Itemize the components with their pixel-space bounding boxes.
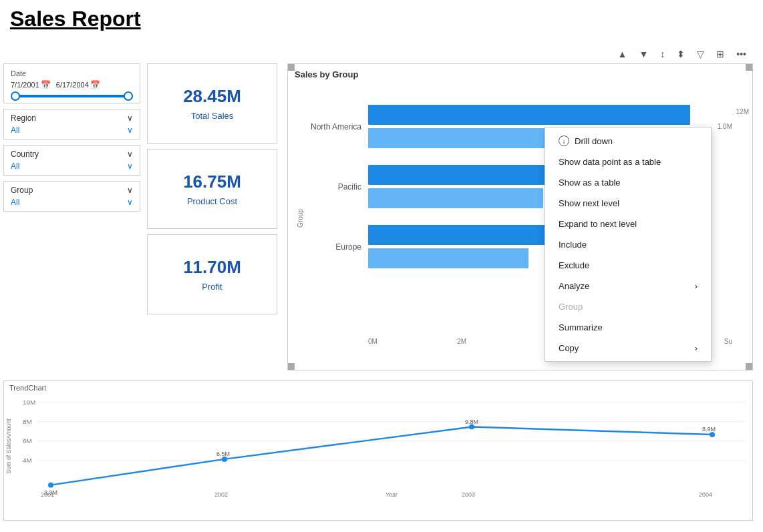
menu-label-summarize: Summarize: [559, 322, 603, 332]
menu-item-exclude[interactable]: Exclude: [545, 255, 711, 276]
filter-button[interactable]: ▽: [694, 47, 708, 61]
bar-right-label-1: 1.0M: [718, 123, 732, 130]
country-value: All: [11, 162, 19, 171]
country-filter-title[interactable]: Country ∨: [11, 150, 133, 159]
date-filter-card: Date 7/1/2001 📅 6/17/2004 📅: [3, 63, 140, 103]
x-right-max-label: 12M: [736, 108, 749, 115]
country-filter-value[interactable]: All ∨: [11, 162, 133, 171]
calendar-to-icon[interactable]: 📅: [90, 80, 100, 89]
group-label: Group: [11, 186, 33, 195]
country-value-chevron-icon: ∨: [127, 162, 133, 171]
menu-item-summarize[interactable]: Summarize: [545, 317, 711, 338]
profit-value: 11.70M: [158, 257, 267, 278]
menu-label-expand-next-level: Expand to next level: [559, 219, 637, 229]
trend-x-2004: 2004: [699, 491, 712, 498]
menu-label-drill-down: Drill down: [575, 136, 613, 146]
chart-toolbar: ▲ ▼ ↕ ⬍ ▽ ⊞ •••: [615, 47, 750, 61]
menu-label-show-next-level: Show next level: [559, 198, 619, 208]
menu-item-expand-next-level[interactable]: Expand to next level: [545, 214, 711, 234]
trend-x-axis-label: Year: [386, 491, 398, 498]
region-filter-value[interactable]: All ∨: [11, 125, 133, 135]
context-menu: ↓ Drill down Show data point as a table …: [545, 127, 712, 362]
sort-both-button[interactable]: ↕: [657, 47, 668, 61]
trend-point-2001: [48, 483, 53, 488]
y-tick-4m: 4M: [23, 457, 32, 464]
menu-item-drill-down[interactable]: ↓ Drill down: [545, 130, 711, 152]
country-chevron-icon: ∨: [127, 150, 133, 159]
metrics-panel: 28.45M Total Sales 16.75M Product Cost 1…: [147, 63, 277, 314]
menu-label-analyze: Analyze: [559, 281, 589, 291]
group-filter-value[interactable]: All ∨: [11, 198, 133, 207]
region-value: All: [11, 125, 19, 135]
x-tick-2m: 2M: [457, 338, 466, 345]
trend-label-value-2002: 6.5M: [216, 451, 230, 457]
date-from-value: 7/1/2001: [11, 81, 39, 89]
page-title: Sales Report: [0, 0, 763, 38]
bar-label-north-america: North America: [295, 122, 368, 131]
calendar-from-icon[interactable]: 📅: [41, 80, 51, 89]
resize-handle-bl[interactable]: [288, 363, 295, 370]
trend-x-2003: 2003: [462, 491, 475, 498]
menu-item-include[interactable]: Include: [545, 234, 711, 255]
date-to-value: 6/17/2004: [56, 81, 89, 89]
y-tick-10m: 10M: [23, 398, 35, 406]
trend-chart-area: TrendChart 10M 8M 6M 4M Sum of SalesAmou…: [3, 380, 753, 521]
resize-handle-br[interactable]: [746, 363, 752, 370]
profit-label: Profit: [158, 282, 267, 292]
menu-label-copy: Copy: [559, 343, 579, 353]
bar-label-pacific: Pacific: [295, 182, 368, 192]
date-slider-right-thumb[interactable]: [124, 91, 133, 101]
total-sales-card: 28.45M Total Sales: [147, 63, 277, 144]
date-slider-left-thumb[interactable]: [11, 91, 20, 101]
menu-label-include: Include: [559, 240, 587, 250]
product-cost-value: 16.75M: [158, 172, 267, 192]
trend-point-2002: [222, 457, 227, 462]
total-sales-value: 28.45M: [158, 86, 267, 107]
sort-desc-button[interactable]: ▼: [635, 47, 651, 61]
bar-chart-y-label: Group: [297, 209, 304, 228]
country-label: Country: [11, 150, 39, 159]
menu-item-copy[interactable]: Copy ›: [545, 338, 711, 358]
product-cost-label: Product Cost: [158, 196, 267, 206]
bar-pacific-2[interactable]: [368, 188, 543, 208]
date-slider-track: [11, 95, 133, 97]
group-filter-card: Group ∨ All ∨: [3, 181, 140, 212]
trend-chart-title: TrendChart: [4, 381, 752, 394]
trend-point-2003: [469, 425, 474, 430]
region-label: Region: [11, 113, 36, 123]
profit-card: 11.70M Profit: [147, 234, 277, 314]
y-tick-6m: 6M: [23, 437, 32, 445]
menu-item-show-as-table[interactable]: Show as a table: [545, 172, 711, 193]
table-button[interactable]: ⊞: [713, 47, 728, 61]
more-button[interactable]: •••: [733, 47, 750, 61]
menu-label-exclude: Exclude: [559, 260, 589, 270]
trend-y-axis-label: Sum of SalesAmount: [5, 419, 12, 473]
group-value: All: [11, 198, 19, 207]
analyze-submenu-icon: ›: [695, 281, 698, 291]
bar-europe-2[interactable]: [368, 248, 528, 268]
resize-handle-tr[interactable]: [746, 64, 752, 71]
bar-north-america-1[interactable]: [368, 105, 690, 125]
menu-item-group: Group: [545, 296, 711, 317]
region-filter-title[interactable]: Region ∨: [11, 113, 133, 123]
group-chevron-icon: ∨: [127, 186, 133, 195]
date-filter-label: Date: [11, 69, 133, 77]
sort-asc-button[interactable]: ▲: [615, 47, 631, 61]
product-cost-card: 16.75M Product Cost: [147, 149, 277, 229]
region-filter-card: Region ∨ All ∨: [3, 109, 140, 140]
trend-label-value-2004: 8.9M: [702, 426, 716, 433]
bar-chart-title: Sales by Group: [288, 64, 752, 85]
resize-handle-tl[interactable]: [288, 64, 295, 71]
menu-item-show-next-level[interactable]: Show next level: [545, 193, 711, 214]
date-slider-fill: [11, 95, 133, 97]
region-value-chevron-icon: ∨: [127, 125, 133, 135]
drill-down-icon: ↓: [559, 136, 569, 146]
group-filter-title[interactable]: Group ∨: [11, 186, 133, 195]
menu-item-analyze[interactable]: Analyze ›: [545, 276, 711, 296]
filter-panel: Date 7/1/2001 📅 6/17/2004 📅 Region ∨ All: [3, 63, 140, 212]
menu-label-show-as-table: Show as a table: [559, 178, 621, 188]
region-chevron-icon: ∨: [127, 113, 133, 123]
menu-item-show-data-point[interactable]: Show data point as a table: [545, 152, 711, 172]
expand-button[interactable]: ⬍: [673, 47, 688, 61]
x-tick-su: Su: [724, 338, 732, 345]
